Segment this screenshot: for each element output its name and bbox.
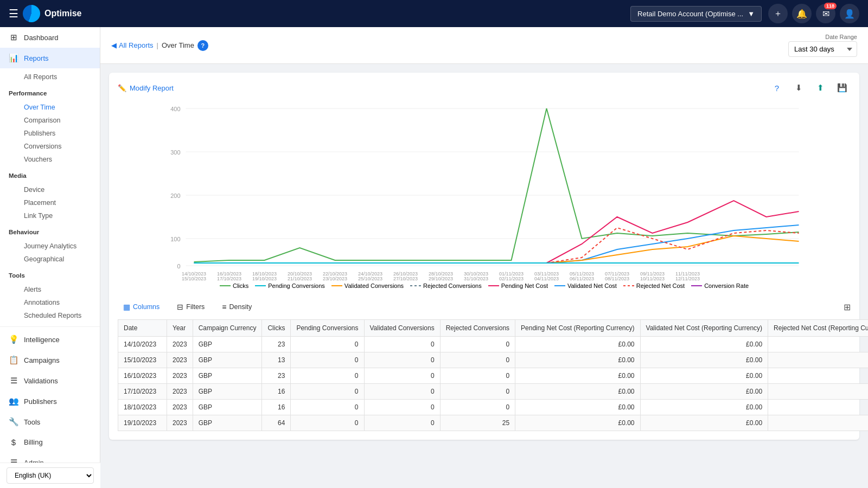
- legend-conversion-rate: Conversion Rate: [691, 282, 749, 289]
- report-card-header: ✏️ Modify Report ? ⬇ ⬆ 💾: [109, 73, 859, 103]
- density-button[interactable]: ≡ Density: [216, 300, 257, 314]
- legend-rejected-conversions: Rejected Conversions: [410, 282, 482, 289]
- sidebar-item-over-time[interactable]: Over Time: [24, 101, 100, 114]
- cell-rejected-conv: 0: [440, 400, 515, 415]
- language-selector[interactable]: English (UK): [7, 467, 94, 484]
- breadcrumb-back-link[interactable]: ◀ All Reports: [111, 41, 154, 49]
- sidebar-item-billing[interactable]: $ Billing: [0, 432, 100, 452]
- report-card: ✏️ Modify Report ? ⬇ ⬆ 💾 400 300 200 100: [109, 73, 859, 440]
- sidebar-item-campaigns[interactable]: 📋 Campaigns: [0, 350, 100, 370]
- cell-clicks: 23: [262, 368, 291, 384]
- sidebar-item-dashboard[interactable]: ⊞ Dashboard: [0, 27, 100, 48]
- sidebar-item-conversions[interactable]: Conversions: [24, 140, 100, 153]
- hamburger-menu[interactable]: ☰: [9, 7, 18, 20]
- dashboard-icon: ⊞: [9, 33, 18, 42]
- help-icon[interactable]: ?: [197, 40, 208, 51]
- sidebar-item-alerts[interactable]: Alerts: [24, 283, 100, 296]
- cell-pending-conv: 0: [291, 352, 364, 368]
- sidebar-footer: English (UK): [0, 463, 100, 488]
- report-download-button[interactable]: ⬇: [790, 79, 807, 97]
- validations-icon: ☰: [9, 376, 18, 386]
- profile-icon-btn[interactable]: 👤: [840, 4, 859, 23]
- th-pending-net[interactable]: Pending Net Cost (Reporting Currency): [515, 320, 640, 337]
- sidebar-item-annotations[interactable]: Annotations: [24, 296, 100, 309]
- report-upload-button[interactable]: ⬆: [812, 79, 829, 97]
- sidebar-item-validations[interactable]: ☰ Validations: [0, 370, 100, 391]
- date-range-select[interactable]: Last 30 days Last 7 days Last 90 days Cu…: [788, 41, 857, 57]
- svg-text:19/10/2023: 19/10/2023: [252, 276, 277, 281]
- th-rejected-conv[interactable]: Rejected Conversions: [440, 320, 515, 337]
- th-rejected-net[interactable]: Rejected Net Cost (Reporting Currency): [768, 320, 868, 337]
- cell-date: 17/10/2023: [118, 384, 167, 400]
- filters-icon: ⊟: [177, 303, 183, 311]
- svg-text:23/10/2023: 23/10/2023: [323, 276, 347, 281]
- sidebar-item-all-reports[interactable]: All Reports: [24, 70, 100, 84]
- th-validated-net[interactable]: Validated Net Cost (Reporting Currency): [640, 320, 768, 337]
- columns-button[interactable]: ▦ Columns: [118, 300, 165, 314]
- sidebar-item-vouchers[interactable]: Vouchers: [24, 153, 100, 166]
- sidebar-item-reports[interactable]: 📊 Reports: [0, 48, 100, 68]
- cell-year: 2023: [167, 400, 193, 415]
- sidebar-tools-sub: Alerts Annotations Scheduled Reports: [0, 281, 100, 324]
- sidebar-dashboard-label: Dashboard: [24, 34, 59, 42]
- sidebar-item-publishers-main[interactable]: 👥 Publishers: [0, 391, 100, 412]
- th-validated-conv[interactable]: Validated Conversions: [364, 320, 440, 337]
- th-currency[interactable]: Campaign Currency: [193, 320, 262, 337]
- notifications-icon-btn[interactable]: 🔔: [792, 4, 812, 23]
- cell-rejected-net: £0.00: [768, 384, 868, 400]
- modify-report-button[interactable]: ✏️ Modify Report: [118, 84, 174, 92]
- report-save-button[interactable]: 💾: [833, 79, 851, 97]
- legend-validated-net-cost: Validated Net Cost: [554, 282, 617, 289]
- th-date[interactable]: Date: [118, 320, 167, 337]
- publishers-label: Publishers: [24, 397, 57, 406]
- sidebar-item-comparison[interactable]: Comparison: [24, 114, 100, 127]
- th-year[interactable]: Year: [167, 320, 193, 337]
- sidebar-performance-sub: Over Time Comparison Publishers Conversi…: [0, 99, 100, 168]
- sidebar-item-intelligence[interactable]: 💡 Intelligence: [0, 329, 100, 350]
- table-controls: ▦ Columns ⊟ Filters ≡ Density ⊞: [118, 300, 851, 314]
- add-icon-btn[interactable]: ＋: [768, 4, 788, 23]
- cell-validated-conv: 0: [364, 400, 440, 415]
- sidebar-item-geographical[interactable]: Geographical: [24, 253, 100, 266]
- cell-rejected-net: £0.00: [768, 337, 868, 352]
- cell-rejected-net: £0.00: [768, 352, 868, 368]
- cell-validated-net: £0.00: [640, 352, 768, 368]
- table-row: 19/10/2023 2023 GBP 64 0 0 25 £0.00 £0.0…: [118, 415, 869, 431]
- tools-section-label: Tools: [0, 268, 100, 281]
- svg-text:04/11/2023: 04/11/2023: [534, 276, 559, 281]
- cell-validated-net: £0.00: [640, 384, 768, 400]
- svg-text:02/11/2023: 02/11/2023: [499, 276, 524, 281]
- cell-clicks: 13: [262, 352, 291, 368]
- messages-icon-btn[interactable]: ✉ 118: [816, 4, 835, 23]
- table-header-row: Date Year Campaign Currency Clicks Pendi…: [118, 320, 869, 337]
- cell-rejected-conv: 0: [440, 352, 515, 368]
- sidebar-item-journey-analytics[interactable]: Journey Analytics: [24, 240, 100, 253]
- performance-section-label: Performance: [0, 86, 100, 99]
- cell-pending-conv: 0: [291, 337, 364, 352]
- sidebar-item-placement[interactable]: Placement: [24, 196, 100, 209]
- sidebar-item-link-type[interactable]: Link Type: [24, 209, 100, 222]
- report-help-button[interactable]: ?: [768, 79, 786, 97]
- filters-button[interactable]: ⊟ Filters: [171, 300, 210, 314]
- logo: Optimise: [23, 5, 123, 22]
- svg-text:15/10/2023: 15/10/2023: [182, 276, 206, 281]
- columns-icon: ▦: [123, 303, 130, 311]
- sidebar-item-publishers[interactable]: Publishers: [24, 127, 100, 140]
- sidebar-item-scheduled-reports[interactable]: Scheduled Reports: [24, 309, 100, 322]
- chart-container: 400 300 200 100 0 14/10/2023 15/10/2023 …: [109, 103, 859, 300]
- svg-text:06/11/2023: 06/11/2023: [570, 276, 594, 281]
- cell-rejected-net: £0.00: [768, 368, 868, 384]
- cell-pending-net: £0.00: [515, 368, 640, 384]
- cell-date: 15/10/2023: [118, 352, 167, 368]
- validations-label: Validations: [24, 377, 58, 385]
- date-range-section: Date Range Last 30 days Last 7 days Last…: [788, 34, 857, 57]
- th-clicks[interactable]: Clicks: [262, 320, 291, 337]
- sidebar-item-tools-main[interactable]: 🔧 Tools: [0, 412, 100, 432]
- th-pending-conv[interactable]: Pending Conversions: [291, 320, 364, 337]
- billing-icon: $: [9, 438, 18, 447]
- svg-text:27/10/2023: 27/10/2023: [393, 276, 418, 281]
- sidebar-item-device[interactable]: Device: [24, 183, 100, 196]
- expand-table-button[interactable]: ⊞: [844, 302, 851, 312]
- cell-pending-net: £0.00: [515, 415, 640, 431]
- account-selector[interactable]: Retail Demo Account (Optimise ... ▼: [630, 6, 762, 22]
